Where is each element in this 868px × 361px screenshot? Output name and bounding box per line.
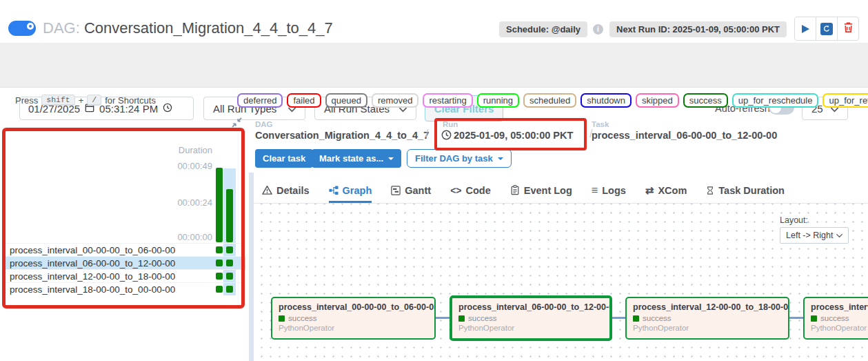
status-badge-shutdown[interactable]: shutdown: [581, 93, 632, 108]
chevron-down-icon: [836, 231, 842, 240]
tab-details[interactable]: Details: [262, 177, 310, 203]
status-badge-scheduled[interactable]: scheduled: [523, 93, 576, 108]
refresh-dag-button[interactable]: [816, 17, 838, 41]
task-name[interactable]: process_interval_18-00-00_to_00-00-00: [2, 284, 175, 295]
info-icon[interactable]: i: [593, 24, 603, 35]
panel-divider[interactable]: [249, 173, 254, 361]
tab-label: Gantt: [405, 185, 431, 196]
header: DAG: Conversation_Migration_4_4_to_4_7 S…: [0, 0, 868, 43]
node-state-label: success: [643, 314, 672, 322]
node-task-name: process_interval_00-00-00_to_06-00-00: [279, 302, 428, 312]
status-badge-up_for_retry[interactable]: up_for_retry: [822, 93, 868, 108]
event-log-icon: [510, 185, 520, 195]
dag-prefix-label: DAG:: [43, 19, 80, 37]
success-state-square: [811, 315, 817, 322]
task-row[interactable]: process_interval_06-00-00_to_12-00-00: [2, 256, 245, 269]
status-badge-deferred[interactable]: deferred: [237, 93, 283, 108]
status-badge-failed[interactable]: failed: [287, 93, 321, 108]
task-name[interactable]: process_interval_12-00-00_to_18-00-00: [2, 271, 175, 282]
trigger-dag-button[interactable]: [794, 17, 816, 41]
status-badge-success[interactable]: success: [683, 93, 728, 108]
tab-label: Details: [276, 185, 310, 196]
code-icon: <>: [450, 185, 461, 196]
delete-dag-button[interactable]: [837, 17, 859, 41]
task-name[interactable]: process_interval_00-00-00_to_06-00-00: [2, 245, 175, 255]
node-task-name: process_interval_12-00-00_to_18-00-00: [633, 302, 782, 312]
duration-bar[interactable]: [226, 189, 233, 242]
task-instance-square-success[interactable]: [226, 286, 233, 293]
success-state-square: [633, 315, 639, 322]
task-instance-square-success[interactable]: [216, 260, 223, 266]
hourglass-icon: [706, 186, 714, 195]
gantt-icon: [391, 186, 401, 195]
refresh-icon: [820, 23, 833, 35]
run-timestamp: 2025-01-09, 05:00:00 PKT: [454, 130, 573, 141]
tab-code[interactable]: <>Code: [450, 177, 491, 203]
node-task-name: process_interval_06-00-00_to_12-00-00: [458, 302, 603, 312]
breadcrumb-task-label: Task: [592, 120, 609, 128]
plus-sign: +: [79, 95, 84, 106]
breadcrumb-separator: /: [425, 128, 428, 140]
task-instance-square-success[interactable]: [216, 246, 223, 253]
graph-node[interactable]: process_interval_12-00-00_to_18-00-00suc…: [625, 297, 789, 340]
breadcrumb-task-value[interactable]: process_interval_06-00-00_to_12-00-00: [592, 130, 777, 141]
task-row[interactable]: process_interval_12-00-00_to_18-00-00: [2, 269, 245, 282]
node-operator-label: PythonOperator: [279, 324, 428, 332]
breadcrumb-run-value[interactable]: 2025-01-09, 05:00:00 PKT: [441, 130, 573, 141]
breadcrumb-run-label: Run: [443, 120, 458, 128]
task-instance-square-success[interactable]: [226, 260, 233, 266]
tab-graph[interactable]: Graph: [329, 177, 372, 203]
collapse-panel-icon[interactable]: [232, 117, 242, 130]
play-icon: [802, 25, 809, 33]
node-task-name: process_interval_18-00-00_to_00-00-00: [811, 302, 868, 312]
task-name[interactable]: process_interval_06-00-00_to_12-00-00: [2, 258, 175, 269]
tab-xcom[interactable]: ⇄XCom: [645, 177, 687, 203]
tab-logs[interactable]: ≡Logs: [592, 177, 626, 203]
dag-pause-toggle[interactable]: [8, 21, 36, 36]
shortcuts-hint: Press shift + / for Shortcuts: [15, 95, 156, 106]
task-instance-square-success[interactable]: [216, 286, 223, 293]
task-instance-square-success[interactable]: [226, 246, 233, 253]
tab-label: Code: [465, 185, 490, 196]
page-title: DAG: Conversation_Migration_4_4_to_4_7: [43, 19, 333, 37]
breadcrumb-dag-value[interactable]: Conversation_Migration_4_4_to_4_7: [255, 130, 429, 141]
status-badge-up_for_reschedule[interactable]: up_for_reschedule: [732, 93, 819, 108]
status-badge-skipped[interactable]: skipped: [636, 93, 679, 108]
status-badge-removed[interactable]: removed: [372, 93, 419, 108]
tab-gantt[interactable]: Gantt: [391, 177, 431, 203]
mark-state-button[interactable]: Mark state as...: [312, 149, 401, 168]
graph-canvas[interactable]: Layout: Left -> Right process_interval_0…: [254, 204, 868, 361]
shortcuts-suffix: for Shortcuts: [105, 95, 156, 106]
tab-event-log[interactable]: Event Log: [510, 177, 572, 203]
tab-label: Logs: [602, 185, 626, 196]
task-row[interactable]: process_interval_00-00-00_to_06-00-00: [2, 243, 245, 256]
status-badge-restarting[interactable]: restarting: [423, 93, 472, 108]
node-state-label: success: [288, 314, 317, 322]
layout-label: Layout:: [780, 215, 808, 225]
logs-icon: ≡: [592, 184, 598, 197]
task-instance-square-success[interactable]: [216, 273, 223, 280]
tab-task-duration[interactable]: Task Duration: [706, 177, 785, 203]
graph-node[interactable]: process_interval_18-00-00_to_00-00-00suc…: [803, 297, 868, 340]
duration-bar[interactable]: [216, 168, 223, 242]
graph-edge: [612, 317, 625, 319]
filter-dag-by-task-button[interactable]: Filter DAG by task: [407, 149, 512, 168]
layout-select[interactable]: Left -> Right: [780, 227, 849, 244]
breadcrumb-dag-label: DAG: [255, 120, 273, 128]
duration-tick: 00:00:49: [165, 161, 212, 171]
graph-node[interactable]: process_interval_06-00-00_to_12-00-00suc…: [450, 295, 612, 341]
graph-node[interactable]: process_interval_00-00-00_to_06-00-00suc…: [271, 297, 436, 340]
status-legend: deferredfailedqueuedremovedrestartingrun…: [237, 93, 868, 108]
clear-task-button[interactable]: Clear task: [255, 149, 313, 168]
clock-icon: [163, 103, 172, 115]
status-badge-running[interactable]: running: [477, 93, 519, 108]
status-badge-queued[interactable]: queued: [325, 93, 367, 108]
task-row[interactable]: process_interval_18-00-00_to_00-00-00: [2, 282, 245, 295]
node-operator-label: PythonOperator: [633, 324, 782, 332]
node-state-label: success: [820, 314, 849, 322]
task-grid: process_interval_00-00-00_to_06-00-00pro…: [2, 243, 245, 295]
filter-dag-label: Filter DAG by task: [415, 153, 493, 164]
task-instance-square-success[interactable]: [226, 273, 233, 280]
node-operator-label: PythonOperator: [811, 324, 868, 332]
graph-edge: [789, 317, 803, 319]
